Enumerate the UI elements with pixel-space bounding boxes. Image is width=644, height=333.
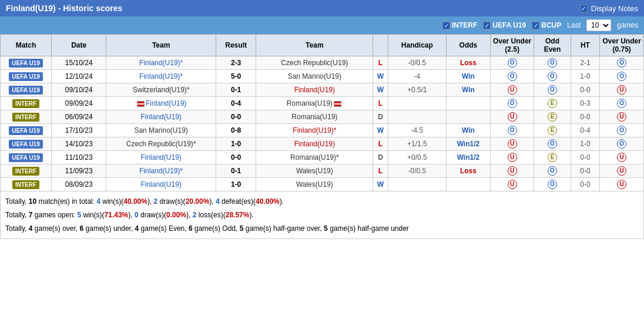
cell-oe: O	[534, 178, 571, 191]
flag-icon	[334, 101, 341, 107]
uefa-label: UEFA U19	[492, 21, 526, 29]
cell-ou25: U	[490, 178, 534, 191]
cell-oe: O	[534, 137, 571, 151]
header-title: Finland(U19) - Historic scores	[6, 4, 122, 13]
cell-wdl: W	[373, 70, 388, 83]
circle-o: O	[508, 58, 517, 68]
cell-wdl: D	[373, 110, 388, 124]
cell-team1: Switzerland(U19)*	[106, 83, 216, 97]
cell-ht: 0-3	[571, 97, 600, 110]
cell-ou25: U	[490, 137, 534, 151]
cell-oe: O	[534, 56, 571, 70]
cell-oe: O	[534, 70, 571, 83]
cell-ht: 1-0	[571, 70, 600, 83]
table-row: UEFA U19 17/10/23 San Marino(U19) 0-8 Fi…	[1, 124, 644, 137]
badge-uefa: UEFA U19	[9, 72, 42, 81]
col-team2: Team	[256, 35, 373, 56]
cell-date: 17/10/23	[52, 124, 106, 137]
circle-u: U	[508, 166, 517, 176]
circle-u: U	[508, 112, 517, 122]
cell-team1: Finland(U19)	[106, 178, 216, 191]
badge-uefa: UEFA U19	[9, 153, 42, 162]
circle-u: U	[508, 180, 517, 189]
draws-pct: 20.00%	[186, 197, 210, 206]
cell-oe: E	[534, 97, 571, 110]
cell-odds: Win1/2	[447, 137, 491, 151]
badge-interf: INTERF	[12, 167, 39, 176]
header: Finland(U19) - Historic scores Display N…	[0, 0, 644, 16]
cell-ht: 0-0	[571, 178, 600, 191]
circle-o: O	[548, 58, 557, 68]
cell-team1: Finland(U19)	[106, 110, 216, 124]
cell-handicap: +1/1.5	[388, 137, 447, 151]
bcup-checkbox[interactable]	[532, 22, 539, 29]
col-handicap: Handicap	[388, 35, 447, 56]
circle-u: U	[508, 139, 517, 149]
col-ht: HT	[571, 35, 600, 56]
filter-interf[interactable]: INTERF	[442, 21, 477, 29]
interf-checkbox[interactable]	[442, 22, 450, 29]
cell-ou075: O	[600, 137, 644, 151]
last-select[interactable]: 5 10 15 20 25 30 All	[586, 19, 611, 31]
cell-team2: Romania(U19)	[256, 110, 373, 124]
defeats-pct: 40.00%	[256, 197, 280, 206]
cell-ou075: U	[600, 151, 644, 164]
cell-odds: Loss	[447, 164, 491, 178]
circle-o: O	[548, 85, 557, 95]
badge-interf: INTERF	[12, 113, 39, 122]
defeats-count: 4	[216, 197, 220, 206]
cell-odds	[447, 178, 491, 191]
cell-odds: Win	[447, 70, 491, 83]
cell-ou075: U	[600, 178, 644, 191]
display-notes-checkbox[interactable]	[580, 5, 588, 12]
col-wdl	[373, 35, 388, 56]
filter-bcup[interactable]: BCUP	[532, 21, 561, 29]
cell-ou075: U	[600, 83, 644, 97]
interf-label: INTERF	[452, 21, 477, 29]
cell-badge: UEFA U19	[1, 151, 52, 164]
cell-ou25: U	[490, 110, 534, 124]
games-label: games	[617, 21, 638, 29]
cell-handicap	[388, 178, 447, 191]
circle-u: U	[617, 85, 626, 95]
cell-wdl: W	[373, 83, 388, 97]
cell-date: 14/10/23	[52, 137, 106, 151]
col-result: Result	[216, 35, 256, 56]
table-row: UEFA U19 14/10/23 Czech Republic(U19)* 1…	[1, 137, 644, 151]
cell-team1: Czech Republic(U19)*	[106, 137, 216, 151]
summary-line2: Totally, 7 games open: 5 win(s)(71.43%),…	[5, 208, 639, 222]
table-row: INTERF 08/09/23 Finland(U19) 1-0 Wales(U…	[1, 178, 644, 191]
cell-team2: Finland(U19)	[256, 83, 373, 97]
cell-handicap: -4.5	[388, 124, 447, 137]
cell-badge: INTERF	[1, 164, 52, 178]
circle-o: O	[617, 139, 626, 149]
cell-ou075: O	[600, 56, 644, 70]
circle-o: O	[548, 72, 557, 81]
cell-score: 0-0	[216, 151, 256, 164]
circle-e: E	[548, 99, 557, 108]
col-ou25: Over Under (2.5)	[490, 35, 534, 56]
header-right: Display Notes	[580, 4, 638, 13]
cell-score: 0-1	[216, 164, 256, 178]
cell-date: 08/09/23	[52, 178, 106, 191]
cell-score: 0-0	[216, 110, 256, 124]
cell-badge: INTERF	[1, 110, 52, 124]
uefa-checkbox[interactable]	[483, 22, 491, 29]
cell-team2: Czech Republic(U19)	[256, 56, 373, 70]
cell-odds: Win	[447, 124, 491, 137]
circle-o: O	[617, 72, 626, 81]
cell-wdl: L	[373, 164, 388, 178]
cell-odds: Loss	[447, 56, 491, 70]
cell-ht: 0-4	[571, 124, 600, 137]
wins-count: 4	[96, 197, 100, 206]
cell-handicap	[388, 97, 447, 110]
cell-handicap: +0/0.5	[388, 151, 447, 164]
col-date: Date	[52, 35, 106, 56]
cell-team2: San Marino(U19)	[256, 70, 373, 83]
cell-score: 0-4	[216, 97, 256, 110]
filter-uefa[interactable]: UEFA U19	[483, 21, 526, 29]
cell-oe: E	[534, 110, 571, 124]
cell-ou25: O	[490, 70, 534, 83]
flag-icon	[137, 101, 145, 107]
circle-o: O	[548, 166, 557, 176]
